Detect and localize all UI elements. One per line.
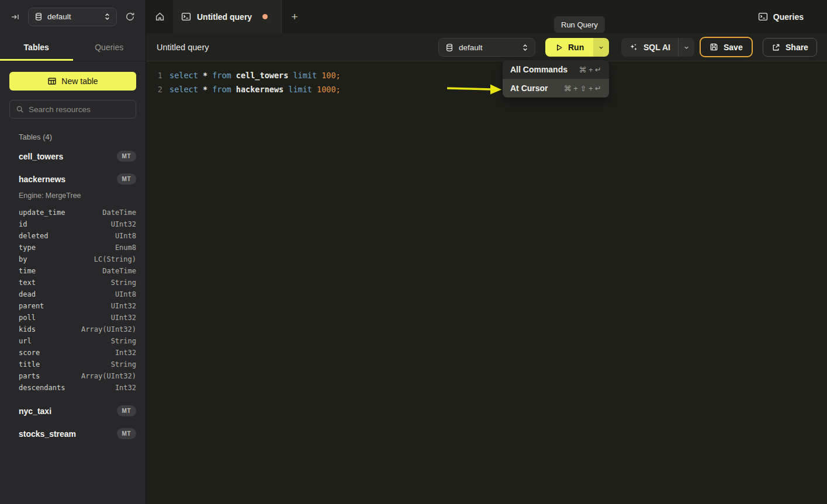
column-name: parent xyxy=(19,300,44,312)
column-type: String xyxy=(32,335,136,347)
table-name: hackernews xyxy=(19,175,117,184)
chevron-down-icon xyxy=(598,44,604,51)
app-window: default Tables Queries New table xyxy=(0,0,827,504)
database-icon xyxy=(34,12,43,21)
collapse-sidebar-icon xyxy=(11,12,20,22)
column-name: deleted xyxy=(19,230,49,242)
token: limit xyxy=(293,71,317,80)
run-menu-item-all-commands[interactable]: All Commands⌘ + ↵ xyxy=(503,60,609,79)
engine-badge: MT xyxy=(117,428,136,439)
query-title: Untitled query xyxy=(157,33,209,61)
token: select xyxy=(169,85,198,94)
table-row-nyc_taxi[interactable]: nyc_taxiMT xyxy=(0,399,146,422)
chevron-updown-icon xyxy=(522,44,528,51)
token: select xyxy=(169,71,198,80)
tab-untitled-query[interactable]: Untitled query xyxy=(173,0,282,33)
code-line: 1select * from cell_towers limit 100; xyxy=(146,68,827,82)
column-type: Int32 xyxy=(65,382,136,394)
menu-item-shortcut: ⌘ + ⇧ + ↵ xyxy=(564,84,601,93)
home-button[interactable] xyxy=(146,0,173,33)
sidebar-database-value: default xyxy=(47,12,99,21)
schema-row: byLC(String) xyxy=(19,253,136,265)
token xyxy=(317,71,321,80)
menu-item-label: At Cursor xyxy=(510,84,548,93)
sidebar-topbar: default xyxy=(0,0,146,33)
sql-ai-label: SQL AI xyxy=(643,43,670,52)
table-schema: update_timeDateTimeidUInt32deletedUInt8t… xyxy=(0,204,146,399)
refresh-button[interactable] xyxy=(123,9,137,24)
column-type: UInt32 xyxy=(36,312,136,324)
sidebar-tab-queries[interactable]: Queries xyxy=(73,33,146,61)
sidebar-database-selector[interactable]: default xyxy=(28,8,117,26)
line-number: 1 xyxy=(146,68,162,82)
main-area: Untitled query + Queries Untitled query … xyxy=(146,0,827,504)
run-dropdown-toggle[interactable] xyxy=(593,38,609,57)
search-icon xyxy=(16,105,24,113)
sparkles-icon xyxy=(629,43,638,52)
chevron-updown-icon xyxy=(104,13,110,20)
column-name: title xyxy=(19,359,40,370)
run-dropdown-menu: All Commands⌘ + ↵At Cursor⌘ + ⇧ + ↵ xyxy=(503,60,609,98)
token: from xyxy=(212,85,231,94)
unsaved-changes-dot xyxy=(262,14,268,19)
new-table-button[interactable]: New table xyxy=(9,72,136,91)
save-button[interactable]: Save xyxy=(700,37,753,57)
sql-ai-main[interactable]: SQL AI xyxy=(621,43,678,52)
engine-badge: MT xyxy=(117,151,136,162)
search-input[interactable] xyxy=(29,105,130,114)
table-row-hackernews[interactable]: hackernewsMT xyxy=(0,168,146,190)
schema-row: partsArray(UInt32) xyxy=(19,370,136,382)
sidebar-tabs: Tables Queries xyxy=(0,33,146,61)
new-tab-button[interactable]: + xyxy=(282,0,307,33)
column-name: id xyxy=(19,218,27,230)
table-grid-icon xyxy=(47,77,57,86)
column-type: Array(UInt32) xyxy=(36,324,136,335)
code-text: select * from cell_towers limit 100; xyxy=(162,68,341,82)
code-line: 2select * from hackernews limit 1000; xyxy=(146,82,827,96)
sql-editor[interactable]: 1select * from cell_towers limit 100;2se… xyxy=(146,61,827,504)
table-engine-label: Engine: MergeTree xyxy=(0,190,146,204)
token: from xyxy=(212,71,231,80)
sql-ai-dropdown-toggle[interactable] xyxy=(678,38,694,57)
run-button-main[interactable]: Run xyxy=(545,38,593,57)
sidebar-tab-tables[interactable]: Tables xyxy=(0,33,73,61)
run-button[interactable]: Run xyxy=(545,38,609,57)
column-type: Int32 xyxy=(40,347,136,359)
run-menu-item-at-cursor[interactable]: At Cursor⌘ + ⇧ + ↵ xyxy=(503,79,609,98)
column-name: type xyxy=(19,242,36,253)
schema-row: idUInt32 xyxy=(19,218,136,230)
token: 100; xyxy=(321,71,341,80)
save-icon xyxy=(710,43,718,51)
table-name: stocks_stream xyxy=(19,429,117,439)
column-type: UInt32 xyxy=(27,218,136,230)
schema-row: kidsArray(UInt32) xyxy=(19,324,136,335)
toolbar-database-selector[interactable]: default xyxy=(438,38,535,57)
schema-row: descendantsInt32 xyxy=(19,382,136,394)
engine-badge: MT xyxy=(117,405,136,416)
schema-row: typeEnum8 xyxy=(19,242,136,253)
share-label: Share xyxy=(786,43,808,52)
collapse-sidebar-button[interactable] xyxy=(8,10,22,24)
token xyxy=(231,85,236,94)
table-name: cell_towers xyxy=(19,152,117,161)
queries-icon xyxy=(758,12,768,22)
token xyxy=(198,71,203,80)
column-name: text xyxy=(19,277,36,289)
table-row-cell_towers[interactable]: cell_towersMT xyxy=(0,145,146,168)
table-row-stocks_stream[interactable]: stocks_streamMT xyxy=(0,422,146,445)
column-type: LC(String) xyxy=(27,253,136,265)
column-type: String xyxy=(40,359,136,370)
table-name: nyc_taxi xyxy=(19,406,117,416)
column-name: by xyxy=(19,253,27,265)
column-type: UInt8 xyxy=(36,289,136,300)
sql-ai-button[interactable]: SQL AI xyxy=(621,38,694,57)
schema-row: scoreInt32 xyxy=(19,347,136,359)
token xyxy=(231,71,236,80)
token: * xyxy=(203,85,207,94)
play-icon xyxy=(555,43,563,52)
schema-row: deletedUInt8 xyxy=(19,230,136,242)
token: * xyxy=(203,71,207,80)
column-name: update_time xyxy=(19,207,65,218)
queries-button[interactable]: Queries xyxy=(758,0,804,33)
share-button[interactable]: Share xyxy=(763,38,817,57)
